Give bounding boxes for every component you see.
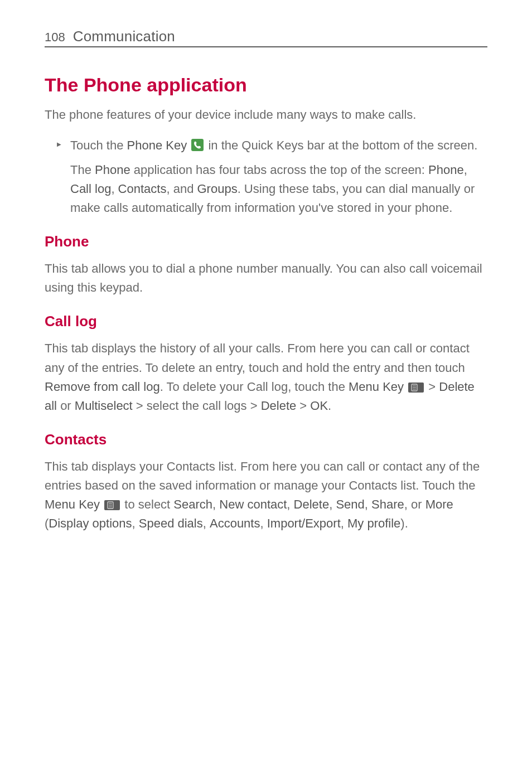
- display-options-label: Display options: [49, 516, 132, 530]
- import-export-label: Import/Export: [267, 516, 341, 530]
- tab-call-log: Call log: [70, 182, 111, 196]
- ok-label: OK: [310, 399, 328, 413]
- menu-key-label-2: Menu Key: [45, 497, 100, 511]
- phone-icon: [191, 138, 204, 150]
- section-title: Communication: [73, 28, 175, 45]
- page-title: The Phone application: [45, 74, 487, 96]
- my-profile-label: My profile: [347, 516, 400, 530]
- contacts-body: This tab displays your Contacts list. Fr…: [45, 457, 487, 533]
- delete-label: Delete: [261, 399, 297, 413]
- menu-key-label: Menu Key: [349, 380, 404, 394]
- tab-groups: Groups: [197, 182, 237, 196]
- menu-icon: [104, 497, 120, 507]
- speed-dials-label: Speed dials: [139, 516, 203, 530]
- delete-label-2: Delete: [294, 497, 330, 511]
- bullet-block: Touch the Phone Key in the Quick Keys ba…: [45, 136, 487, 217]
- menu-icon: [408, 379, 424, 389]
- search-label: Search: [173, 497, 212, 511]
- bullet-line-2: The Phone application has four tabs acro…: [70, 161, 487, 217]
- heading-phone: Phone: [45, 233, 487, 250]
- intro-text: The phone features of your device includ…: [45, 106, 487, 124]
- remove-from-call-log: Remove from call log: [45, 380, 160, 394]
- page-number: 108: [45, 30, 65, 45]
- phone-key-label: Phone Key: [127, 138, 187, 152]
- page-content: 108 Communication The Phone application …: [0, 0, 532, 533]
- svg-rect-0: [191, 139, 204, 151]
- accounts-label: Accounts: [210, 516, 260, 530]
- send-label: Send: [336, 497, 364, 511]
- new-contact-label: New contact: [219, 497, 287, 511]
- call-log-body: This tab displays the history of all you…: [45, 339, 487, 415]
- phone-app-label: Phone: [95, 163, 130, 177]
- bullet-line-1: Touch the Phone Key in the Quick Keys ba…: [70, 136, 487, 155]
- tab-contacts: Contacts: [118, 182, 167, 196]
- phone-body: This tab allows you to dial a phone numb…: [45, 259, 487, 297]
- multiselect: Multiselect: [75, 399, 133, 413]
- share-label: Share: [371, 497, 404, 511]
- heading-contacts: Contacts: [45, 431, 487, 448]
- tab-phone: Phone: [428, 163, 464, 177]
- page-header: 108 Communication: [45, 28, 487, 47]
- more-label: More: [425, 497, 453, 511]
- heading-call-log: Call log: [45, 313, 487, 330]
